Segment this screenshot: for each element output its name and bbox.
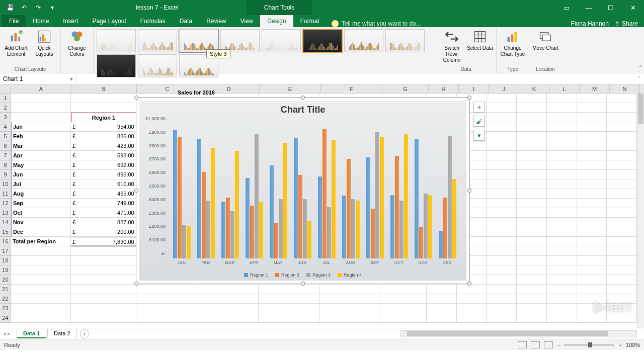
zoom-thumb[interactable] — [588, 342, 592, 347]
bar[interactable] — [323, 129, 327, 258]
cell[interactable]: Jun — [11, 170, 71, 179]
cell[interactable] — [380, 294, 427, 304]
cell[interactable] — [547, 189, 577, 199]
bar[interactable] — [428, 195, 432, 258]
cell[interactable]: Total per Region — [11, 237, 71, 246]
tab-page-layout[interactable]: Page Layout — [85, 15, 133, 27]
vscroll-thumb[interactable] — [638, 94, 643, 124]
cell[interactable] — [71, 313, 136, 323]
tab-format[interactable]: Format — [293, 15, 327, 27]
resize-handle[interactable] — [301, 282, 305, 286]
quick-layouts-button[interactable]: Quick Layouts — [31, 29, 57, 57]
cell[interactable]: £886.00 — [71, 132, 136, 141]
cell[interactable] — [517, 160, 547, 170]
row-header[interactable]: 13 — [0, 208, 11, 218]
cell[interactable] — [607, 218, 637, 227]
bar[interactable] — [250, 206, 254, 258]
bar[interactable] — [327, 207, 331, 258]
cell[interactable]: £749.00 — [71, 199, 136, 208]
cell[interactable] — [607, 189, 637, 199]
collapse-ribbon-icon[interactable]: ˄ — [639, 65, 642, 72]
cell[interactable] — [577, 151, 607, 160]
cell[interactable] — [517, 189, 547, 199]
zoom-out-button[interactable]: − — [557, 342, 560, 348]
page-layout-view-button[interactable] — [531, 341, 540, 348]
cell[interactable]: Jul — [11, 179, 71, 189]
bar[interactable] — [415, 139, 419, 258]
row-header[interactable]: 24 — [0, 313, 11, 323]
cell[interactable]: Oct — [11, 208, 71, 218]
bar[interactable] — [178, 137, 182, 258]
column-header[interactable]: L — [549, 84, 580, 94]
bar[interactable] — [371, 209, 375, 258]
legend[interactable]: Region 1Region 2Region 3Region 4 — [139, 273, 466, 278]
cell[interactable] — [607, 170, 637, 179]
bar[interactable] — [246, 178, 250, 258]
cell[interactable] — [517, 265, 547, 275]
cell[interactable] — [487, 132, 517, 141]
cell[interactable] — [487, 103, 517, 113]
bar[interactable] — [395, 156, 399, 258]
sheet-tab[interactable]: Data 1 — [17, 329, 46, 338]
cell[interactable] — [11, 294, 71, 304]
cell[interactable] — [577, 199, 607, 208]
cell[interactable] — [547, 170, 577, 179]
cell[interactable] — [607, 141, 637, 151]
cell[interactable]: Feb — [11, 132, 71, 141]
row-header[interactable]: 3 — [0, 113, 11, 122]
cell[interactable] — [11, 103, 71, 113]
row-header[interactable]: 15 — [0, 227, 11, 237]
cell[interactable] — [577, 237, 607, 246]
column-header[interactable]: E — [260, 84, 321, 94]
cell[interactable] — [607, 160, 637, 170]
chart-style-thumb[interactable] — [138, 54, 177, 77]
bar[interactable] — [448, 136, 452, 258]
cell[interactable]: £7,830.00 — [71, 237, 136, 246]
column-header[interactable]: J — [489, 84, 519, 94]
select-all-triangle[interactable] — [0, 84, 11, 94]
save-icon[interactable]: 💾 — [4, 2, 16, 13]
tab-data[interactable]: Data — [173, 15, 199, 27]
cell[interactable] — [380, 285, 427, 294]
cell[interactable] — [457, 313, 487, 323]
cell[interactable] — [197, 313, 258, 323]
select-data-button[interactable]: Select Data — [467, 29, 493, 51]
sheet-tab[interactable]: Data 2 — [47, 329, 76, 338]
bar[interactable] — [318, 176, 322, 258]
cell[interactable] — [71, 265, 136, 275]
cell[interactable] — [457, 304, 487, 313]
cell[interactable] — [487, 218, 517, 227]
chart-styles-gallery[interactable]: Style 3 — [94, 27, 436, 73]
cell[interactable] — [457, 294, 487, 304]
tab-home[interactable]: Home — [26, 15, 56, 27]
cell[interactable] — [577, 160, 607, 170]
bar[interactable] — [259, 202, 263, 258]
bar[interactable] — [332, 140, 336, 258]
bar[interactable] — [230, 211, 234, 258]
cell[interactable]: £692.00 — [71, 160, 136, 170]
cell[interactable] — [259, 313, 319, 323]
chevron-down-icon[interactable]: ▾ — [70, 75, 73, 82]
cell[interactable] — [607, 151, 637, 160]
bar[interactable] — [283, 143, 287, 258]
bar[interactable] — [380, 137, 384, 258]
bar[interactable] — [270, 165, 274, 258]
cell[interactable] — [547, 294, 577, 304]
cell[interactable] — [517, 208, 547, 218]
bar[interactable] — [347, 159, 351, 258]
cell[interactable] — [487, 227, 517, 237]
cell[interactable]: £598.00 — [71, 151, 136, 160]
resize-handle[interactable] — [467, 189, 471, 193]
cell[interactable] — [487, 179, 517, 189]
cell[interactable] — [577, 141, 607, 151]
cell[interactable] — [517, 179, 547, 189]
row-header[interactable]: 7 — [0, 151, 11, 160]
cell[interactable] — [517, 170, 547, 179]
cell[interactable] — [607, 237, 637, 246]
cell[interactable] — [487, 94, 517, 103]
row-header[interactable]: 17 — [0, 246, 11, 256]
cell[interactable] — [380, 304, 427, 313]
cell[interactable]: Aug — [11, 189, 71, 199]
cell[interactable]: £610.00 — [71, 179, 136, 189]
row-header[interactable]: 10 — [0, 179, 11, 189]
